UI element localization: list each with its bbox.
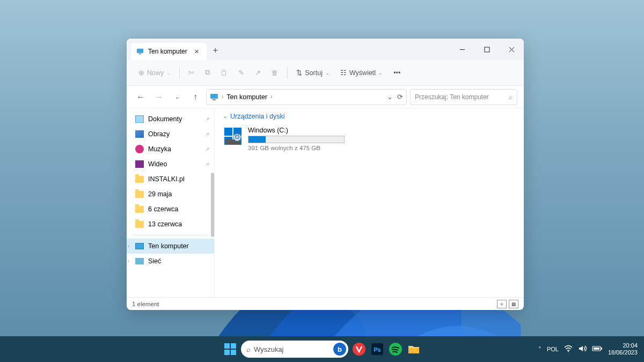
sidebar-item-pictures[interactable]: Obrazy📌︎ (127, 127, 214, 142)
forward-button[interactable]: → (151, 90, 166, 105)
trash-icon: 🗑︎ (272, 69, 279, 77)
svg-rect-3 (485, 47, 489, 52)
svg-rect-17 (224, 350, 230, 355)
recent-button[interactable]: ⌄ (170, 90, 185, 105)
clock[interactable]: 20:04 18/06/2023 (608, 342, 638, 356)
view-button[interactable]: ☷Wyświetl⌄ (336, 64, 387, 82)
scrollbar[interactable] (211, 173, 214, 237)
toolbar: ⊕Nowy⌄ ✄ ⧉ 📋︎ ✎ ↗ 🗑︎ ⇅Sortuj⌄ ☷Wyświetl⌄… (127, 60, 524, 86)
group-header[interactable]: ⌄Urządzenia i dyski (223, 113, 515, 120)
tab-label: Ten komputer (148, 48, 187, 55)
sidebar-item-this-pc[interactable]: ›Ten komputer (127, 239, 214, 254)
svg-rect-15 (224, 343, 230, 349)
folder-icon (135, 206, 144, 213)
pin-icon: 📌︎ (204, 161, 210, 167)
chevron-right-icon: › (222, 94, 223, 100)
svg-text:Ps: Ps (374, 346, 380, 353)
sidebar-item-music[interactable]: Muzyka📌︎ (127, 142, 214, 157)
pin-icon: 📌︎ (204, 116, 210, 122)
content-pane: ⌄Urządzenia i dyski Windows (C:) 391 GB … (215, 108, 524, 297)
copy-icon: ⧉ (205, 69, 210, 77)
svg-rect-16 (231, 343, 236, 349)
svg-rect-23 (408, 348, 419, 353)
chevron-down-icon: ⌄ (223, 114, 228, 119)
close-tab-icon[interactable]: ✕ (192, 46, 202, 57)
chevron-right-icon[interactable]: › (128, 258, 129, 264)
view-icon: ☷ (340, 69, 347, 77)
drive-item[interactable]: Windows (C:) 391 GB wolnych z 475 GB (223, 124, 515, 153)
sort-button[interactable]: ⇅Sortuj⌄ (292, 64, 334, 82)
language-indicator[interactable]: POL (547, 346, 559, 352)
search-icon: ⌕ (246, 345, 251, 353)
share-icon: ↗ (255, 69, 261, 77)
titlebar: Ten komputer ✕ + (127, 39, 524, 60)
volume-icon[interactable] (578, 345, 587, 353)
taskbar-app-photoshop[interactable]: Ps (370, 342, 385, 357)
folder-icon (135, 221, 144, 228)
paste-button: 📋︎ (216, 64, 232, 82)
close-window-button[interactable] (499, 39, 524, 60)
sidebar-item-folder[interactable]: 6 czerwca (127, 202, 214, 217)
back-button[interactable]: ← (133, 90, 148, 105)
battery-icon[interactable] (592, 345, 603, 353)
documents-icon (135, 115, 144, 123)
svg-rect-27 (594, 348, 599, 350)
status-bar: 1 element ≡ ▦ (127, 297, 524, 310)
svg-rect-7 (213, 99, 216, 100)
share-button: ↗ (251, 64, 265, 82)
maximize-button[interactable] (474, 39, 499, 60)
rename-icon: ✎ (238, 69, 244, 77)
drive-usage-bar (248, 136, 345, 143)
tab-this-pc[interactable]: Ten komputer ✕ (131, 43, 207, 60)
chevron-right-icon[interactable]: › (128, 243, 129, 249)
more-button[interactable]: ••• (389, 64, 405, 82)
chevron-right-icon[interactable]: › (270, 94, 272, 100)
rename-button: ✎ (234, 64, 248, 82)
sidebar-item-documents[interactable]: Dokumenty📌︎ (127, 112, 214, 127)
sidebar-item-folder[interactable]: INSTALKI.pl (127, 172, 214, 187)
chevron-down-icon[interactable]: ⌄ (387, 93, 393, 101)
drive-icon (223, 127, 243, 146)
monitor-icon (210, 93, 218, 101)
svg-point-24 (568, 351, 569, 352)
search-input[interactable]: Przeszukaj: Ten komputer ⌕ (410, 89, 517, 105)
cut-button: ✄ (184, 64, 199, 82)
sidebar-item-videos[interactable]: Wideo📌︎ (127, 157, 214, 172)
taskbar-app-vivaldi[interactable] (352, 342, 367, 357)
delete-button: 🗑︎ (267, 64, 283, 82)
svg-rect-26 (601, 348, 602, 350)
icons-view-button[interactable]: ▦ (509, 300, 518, 308)
svg-rect-18 (231, 350, 236, 355)
paste-icon: 📋︎ (221, 69, 228, 77)
navigation-row: ← → ⌄ ↑ › Ten komputer › ⌄⟳ Przeszukaj: … (127, 86, 524, 108)
start-button[interactable] (223, 342, 238, 357)
taskbar-app-explorer[interactable] (406, 342, 421, 357)
plus-circle-icon: ⊕ (138, 69, 144, 77)
drive-name: Windows (C:) (248, 127, 345, 134)
search-placeholder: Przeszukaj: Ten komputer (415, 93, 489, 101)
breadcrumb[interactable]: Ten komputer (226, 93, 267, 101)
network-icon (135, 258, 144, 264)
new-tab-button[interactable]: + (213, 46, 218, 55)
new-button[interactable]: ⊕Nowy⌄ (134, 64, 175, 82)
taskbar-app-spotify[interactable] (388, 342, 403, 357)
sidebar-item-folder[interactable]: 29 maja (127, 187, 214, 202)
pictures-icon (135, 130, 144, 138)
details-view-button[interactable]: ≡ (497, 300, 507, 308)
music-icon (135, 145, 144, 153)
sidebar: Dokumenty📌︎ Obrazy📌︎ Muzyka📌︎ Wideo📌︎ IN… (127, 108, 215, 297)
up-button[interactable]: ↑ (188, 90, 203, 105)
tray-chevron-icon[interactable]: ˄ (538, 346, 541, 353)
minimize-button[interactable] (450, 39, 474, 60)
svg-point-19 (353, 343, 365, 356)
pin-icon: 📌︎ (204, 146, 210, 152)
taskbar-search[interactable]: ⌕ Wyszukaj b (241, 341, 348, 358)
sidebar-item-network[interactable]: ›Sieć (127, 254, 214, 269)
pin-icon: 📌︎ (204, 131, 210, 137)
address-bar[interactable]: › Ten komputer › ⌄⟳ (206, 89, 407, 105)
sidebar-item-folder[interactable]: 13 czerwca (127, 217, 214, 232)
wifi-icon[interactable] (564, 345, 573, 353)
folder-icon (135, 191, 144, 198)
drive-free-space: 391 GB wolnych z 475 GB (248, 145, 345, 151)
refresh-icon[interactable]: ⟳ (397, 93, 403, 101)
